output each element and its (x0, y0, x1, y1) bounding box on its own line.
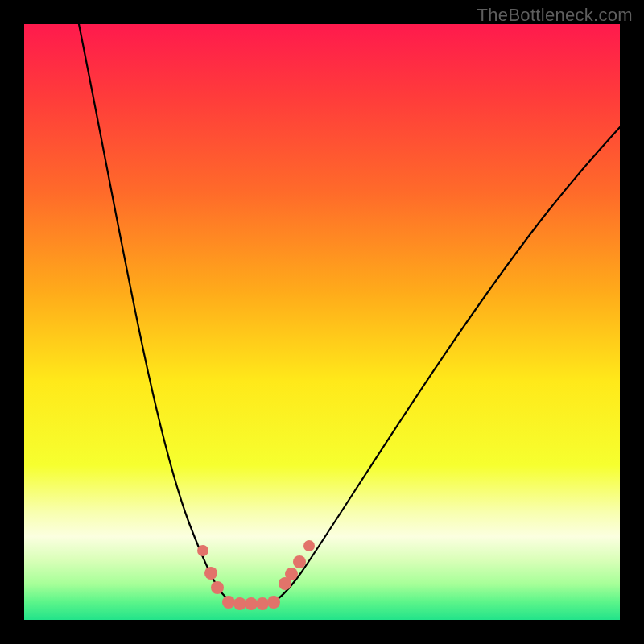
marker-bottom-2 (245, 597, 258, 610)
marker-bottom-3 (256, 597, 269, 610)
watermark-text: TheBottleneck.com (477, 5, 633, 26)
marker-bottom-0 (222, 596, 235, 609)
gradient-background (24, 24, 620, 620)
marker-bottom-1 (233, 597, 246, 610)
marker-right-1 (285, 568, 298, 580)
marker-left-2 (211, 581, 224, 594)
chart-frame: TheBottleneck.com (0, 0, 644, 644)
marker-bottom-4 (267, 596, 280, 609)
marker-left-1 (204, 567, 217, 580)
plot-area (24, 24, 620, 620)
marker-right-3 (303, 540, 315, 551)
marker-right-2 (293, 555, 306, 568)
marker-left-0 (197, 545, 208, 556)
plot-svg (24, 24, 620, 620)
